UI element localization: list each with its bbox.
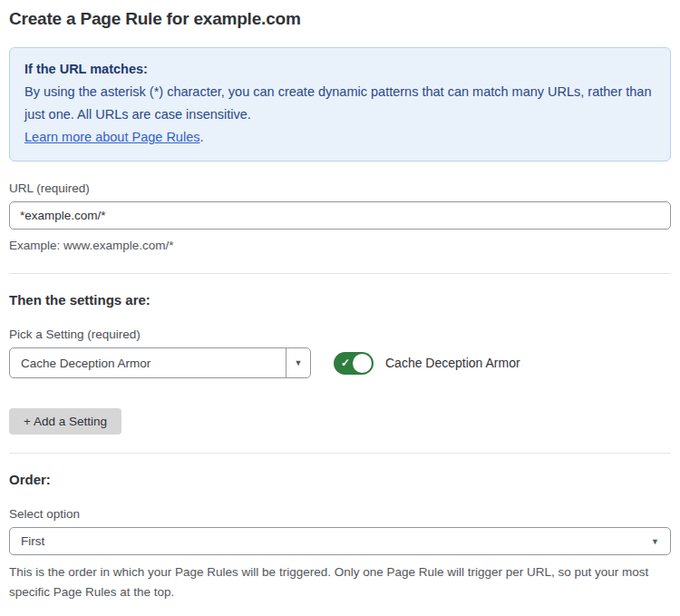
url-input[interactable] [9, 201, 671, 230]
divider [9, 273, 671, 274]
setting-row: Cache Deception Armor ▼ ✓ Cache Deceptio… [9, 347, 671, 378]
settings-section-heading: Then the settings are: [9, 292, 671, 308]
check-icon: ✓ [341, 357, 350, 368]
toggle-knob [353, 354, 372, 373]
info-box-body: By using the asterisk (*) character, you… [24, 81, 656, 149]
link-suffix: . [199, 130, 203, 144]
url-match-info-box: If the URL matches: By using the asteris… [9, 47, 671, 161]
chevron-down-icon: ▼ [295, 358, 303, 367]
pick-setting-label: Pick a Setting (required) [9, 328, 671, 342]
order-select[interactable]: First ▼ [9, 527, 671, 555]
info-box-heading: If the URL matches: [24, 58, 656, 81]
divider [9, 453, 671, 454]
add-setting-button[interactable]: + Add a Setting [9, 408, 121, 435]
url-label: URL (required) [9, 181, 671, 196]
setting-toggle[interactable]: ✓ [334, 352, 374, 375]
add-setting-row: + Add a Setting [9, 408, 671, 435]
learn-more-link[interactable]: Learn more about Page Rules [24, 130, 199, 144]
create-page-rule-form: Create a Page Rule for example.com If th… [0, 0, 680, 616]
order-select-value: First [21, 534, 44, 548]
info-box-text: By using the asterisk (*) character, you… [24, 84, 652, 122]
order-section-heading: Order: [9, 472, 671, 487]
page-title: Create a Page Rule for example.com [9, 9, 671, 29]
caret-cell: ▼ [286, 348, 310, 377]
setting-select-value: Cache Deception Armor [10, 357, 286, 370]
order-helper-text: This is the order in which your Page Rul… [9, 562, 656, 602]
setting-select[interactable]: Cache Deception Armor ▼ [9, 347, 311, 378]
chevron-down-icon: ▼ [651, 537, 659, 546]
url-helper-text: Example: www.example.com/* [9, 236, 671, 255]
toggle-label: Cache Deception Armor [385, 356, 520, 370]
order-select-label: Select option [9, 507, 671, 522]
